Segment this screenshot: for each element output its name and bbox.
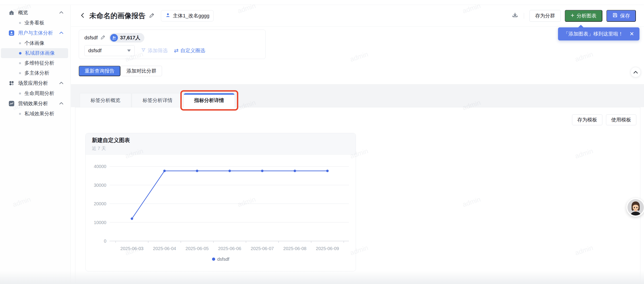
add-analysis-chart-label: 分析图表: [576, 12, 596, 19]
plus-icon: +: [571, 12, 574, 18]
save-template-button[interactable]: 存为模板: [572, 114, 602, 125]
chart-card-header: 新建自定义图表 近 7 天: [86, 133, 356, 155]
page-header: 未命名的画像报告 主体1_改名gggg 存为分群 + 分析图表 保存: [71, 5, 644, 26]
save-button[interactable]: 保存: [606, 10, 636, 22]
chevron-up-icon[interactable]: [59, 11, 64, 15]
cohort-count: 37,617人: [120, 34, 140, 41]
template-buttons: 存为模板 使用模板: [572, 114, 636, 125]
close-icon[interactable]: ✕: [630, 31, 634, 37]
sidebar-item-label: 多主体分析: [24, 70, 49, 76]
svg-text:0: 0: [104, 239, 106, 244]
sidebar-item-multidim-feature[interactable]: 多维特征分析: [1, 58, 68, 68]
trend-icon: [8, 101, 14, 106]
chevron-up-icon[interactable]: [59, 81, 64, 85]
divider: [524, 13, 524, 19]
tab-metric-analysis-detail[interactable]: 指标分析详情: [184, 93, 234, 108]
save-button-label: 保存: [620, 12, 630, 19]
svg-text:20000: 20000: [94, 201, 106, 206]
subject-tag[interactable]: 主体1_改名gggg: [161, 10, 214, 21]
grid-icon: [8, 80, 14, 86]
swap-icon: ⇄: [174, 47, 178, 54]
home-icon: [8, 10, 14, 15]
custom-chart-card: 新建自定义图表 近 7 天 0100002000030000400002025-…: [85, 133, 356, 271]
chart-title: 新建自定义图表: [92, 137, 356, 144]
sidebar-item-private-effect[interactable]: 私域效果分析: [1, 109, 68, 119]
bullet-icon: [19, 92, 21, 94]
chart-subtitle: 近 7 天: [92, 145, 356, 152]
sidebar-item-label: 私域群体画像: [25, 50, 55, 56]
sidebar-item-label: 个体画像: [24, 40, 44, 46]
tab-label-analysis-detail[interactable]: 标签分析详情: [132, 93, 183, 107]
tooltip-text: 「添加图表」移到这里啦！: [564, 30, 623, 37]
add-filter-label: 添加筛选: [148, 47, 168, 54]
save-icon: [612, 12, 618, 19]
add-compare-group-button[interactable]: 添加对比分群: [121, 66, 162, 76]
svg-text:2025-06-04: 2025-06-04: [153, 246, 176, 251]
chevron-up-icon[interactable]: [59, 31, 64, 35]
sidebar-item-label: 生命周期分析: [24, 90, 54, 97]
funnel-icon: [141, 47, 146, 54]
sidebar: 概览 业务看板 用户与主体分析 个体画像 私域群体画像 多维特征分析 多主体分析…: [0, 5, 70, 284]
sidebar-item-label: 多维特征分析: [24, 60, 54, 66]
edit-title-icon[interactable]: [149, 12, 155, 19]
sidebar-item-business-board[interactable]: 业务看板: [1, 18, 68, 28]
sidebar-item-individual-profile[interactable]: 个体画像: [1, 38, 68, 48]
metric-line-chart: 0100002000030000400002025-06-032025-06-0…: [86, 155, 356, 271]
edit-cohort-icon[interactable]: [100, 35, 106, 41]
svg-text:2025-06-07: 2025-06-07: [251, 246, 274, 251]
sidebar-group-label: 场景应用分析: [18, 80, 59, 87]
svg-text:2025-06-03: 2025-06-03: [120, 246, 144, 251]
back-button[interactable]: [80, 12, 86, 19]
sidebar-item-multi-subject[interactable]: 多主体分析: [1, 68, 68, 78]
requery-report-button[interactable]: 重新查询报告: [79, 66, 120, 76]
sidebar-group-marketing-effect[interactable]: 营销效果分析: [0, 98, 70, 109]
download-icon[interactable]: [512, 12, 518, 20]
svg-text:10000: 10000: [94, 220, 106, 225]
sidebar-group-user-subject-analysis[interactable]: 用户与主体分析: [0, 28, 70, 38]
svg-text:2025-06-08: 2025-06-08: [283, 246, 306, 251]
cohort-card: dsfsdf 37,617人 dsfsdf 添加筛选 ⇄ 自定义圈选: [79, 30, 266, 59]
collapse-section-button[interactable]: [630, 67, 641, 77]
watermark-text: admin: [574, 50, 594, 63]
bullet-icon: [19, 62, 21, 64]
bullet-icon: [19, 113, 21, 115]
custom-select-link[interactable]: ⇄ 自定义圈选: [174, 47, 205, 54]
watermark-text: admin: [349, 50, 369, 63]
save-as-group-button[interactable]: 存为分群: [530, 10, 561, 22]
svg-text:40000: 40000: [94, 164, 106, 169]
chevron-up-icon[interactable]: [59, 101, 64, 106]
bullet-icon: [19, 42, 21, 44]
sidebar-item-label: 业务看板: [24, 19, 44, 26]
caret-down-icon: [127, 49, 131, 52]
use-template-button[interactable]: 使用模板: [606, 114, 636, 125]
svg-text:2025-06-05: 2025-06-05: [186, 246, 209, 251]
moved-hint-tooltip: 「添加图表」移到这里啦！ ✕: [558, 27, 640, 40]
bullet-icon: [19, 52, 22, 54]
sidebar-group-overview[interactable]: 概览: [0, 7, 70, 18]
user-icon: [8, 30, 14, 36]
tab-label-analysis-overview[interactable]: 标签分析概览: [80, 93, 131, 107]
people-icon: [110, 34, 118, 42]
page-title: 未命名的画像报告: [90, 11, 146, 20]
assistant-avatar[interactable]: [626, 198, 644, 217]
add-filter-link[interactable]: 添加筛选: [141, 47, 168, 54]
sidebar-group-scenario-analysis[interactable]: 场景应用分析: [0, 78, 70, 88]
sidebar-group-label: 用户与主体分析: [18, 30, 59, 36]
bullet-icon: [19, 72, 21, 74]
svg-text:2025-06-06: 2025-06-06: [218, 246, 241, 251]
sidebar-item-private-group-profile[interactable]: 私域群体画像: [1, 48, 68, 58]
sidebar-group-label: 概览: [18, 9, 59, 16]
svg-text:2025-06-09: 2025-06-09: [316, 246, 339, 251]
custom-select-label: 自定义圈选: [180, 47, 205, 54]
svg-text:30000: 30000: [94, 183, 106, 188]
add-analysis-chart-button[interactable]: + 分析图表: [565, 10, 602, 22]
sidebar-item-label: 私域效果分析: [24, 110, 54, 117]
cohort-dropdown-value: dsfsdf: [88, 48, 102, 54]
person-icon: [165, 12, 170, 19]
sidebar-group-label: 营销效果分析: [18, 100, 59, 107]
top-bar: [0, 0, 644, 5]
cohort-name: dsfsdf: [84, 35, 98, 41]
cohort-dropdown[interactable]: dsfsdf: [84, 45, 135, 56]
sidebar-item-lifecycle[interactable]: 生命周期分析: [1, 88, 68, 98]
cohort-count-pill: 37,617人: [109, 33, 144, 42]
